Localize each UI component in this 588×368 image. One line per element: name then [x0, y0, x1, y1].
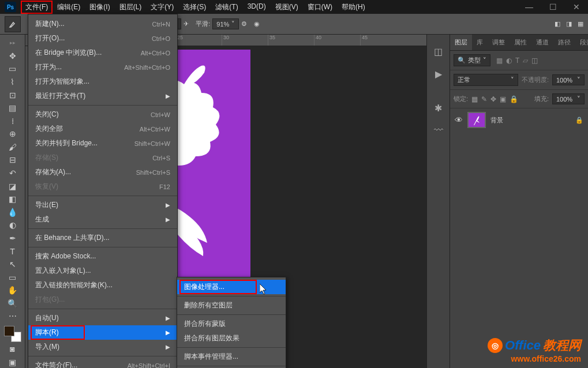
menu-item[interactable]: 在 Bridge 中浏览(B)...Alt+Ctrl+O [28, 46, 177, 60]
menubar-item[interactable]: 文件(F) [21, 1, 53, 14]
submenu-item[interactable]: 图像处理器... [177, 280, 286, 294]
path-tool[interactable]: ↖ [6, 258, 20, 271]
menubar-item[interactable]: 窗口(W) [303, 1, 337, 14]
layer-thumbnail[interactable] [467, 112, 486, 128]
lock-all-icon[interactable]: 🔒 [510, 95, 518, 103]
history-brush-tool[interactable]: ↶ [6, 167, 20, 179]
panel-toggle-1[interactable]: ◧ [555, 20, 560, 28]
layer-opacity-value[interactable]: 100%˅ [552, 74, 585, 85]
menu-item[interactable]: 脚本(R)▶ [28, 325, 177, 340]
menubar-item[interactable]: 选择(S) [178, 1, 211, 14]
menubar-item[interactable]: 滤镜(T) [211, 1, 242, 14]
menu-item[interactable]: 新建(N)...Ctrl+N [28, 17, 177, 31]
menubar-item[interactable]: 视图(V) [271, 1, 303, 14]
lasso-tool[interactable]: ⌇ [6, 76, 20, 88]
menubar-item[interactable]: 帮助(H) [337, 1, 370, 14]
crop-tool[interactable]: ⊡ [6, 89, 20, 101]
menu-item[interactable]: 导出(E)▶ [28, 198, 177, 212]
dodge-tool[interactable]: ◐ [6, 219, 20, 231]
pen-tool[interactable]: ✒ [6, 232, 20, 245]
menu-item[interactable]: 在 Behance 上共享(D)... [28, 231, 177, 245]
layer-filter-type[interactable]: 🔍 类型 ˅ [454, 54, 490, 66]
lock-brush-icon[interactable]: ✎ [481, 95, 487, 103]
menu-item[interactable]: 自动(U)▶ [28, 311, 177, 325]
menubar-item[interactable]: 图像(I) [85, 1, 114, 14]
menu-item[interactable]: 存储为(A)...Shift+Ctrl+S [28, 165, 177, 179]
marquee-tool[interactable]: ▭ [6, 63, 20, 75]
gradient-tool[interactable]: ◧ [6, 193, 20, 205]
move-tool[interactable]: ✥ [6, 50, 20, 62]
pressure-size-icon[interactable]: ◉ [254, 20, 260, 28]
submenu-item[interactable]: 拼合所有图层效果 [177, 331, 286, 346]
menu-item[interactable]: 搜索 Adobe Stock... [28, 249, 177, 264]
eraser-tool[interactable]: ◪ [6, 180, 20, 192]
shape-tool[interactable]: ▭ [6, 271, 20, 283]
menu-item[interactable]: 关闭全部Alt+Ctrl+W [28, 122, 177, 136]
filter-type-icon[interactable]: T [515, 57, 519, 65]
healing-tool[interactable]: ⊕ [6, 128, 20, 140]
menu-item[interactable]: 文件简介(F)...Alt+Shift+Ctrl+I [28, 358, 177, 368]
tool-preset-picker[interactable] [5, 16, 21, 32]
zoom-tool[interactable]: 🔍 [6, 298, 20, 310]
menu-item[interactable]: 打开(O)...Ctrl+O [28, 31, 177, 46]
submenu-item[interactable]: 拼合所有蒙版 [177, 317, 286, 331]
menubar-item[interactable]: 编辑(E) [53, 1, 85, 14]
blend-mode-dropdown[interactable]: 正常˅ [454, 74, 518, 86]
lock-position-icon[interactable]: ✥ [490, 95, 496, 103]
panel-tab[interactable]: 调整 [488, 35, 510, 50]
brush-tool[interactable]: 🖌 [6, 141, 20, 153]
expand-tools[interactable]: ▸▸ [6, 37, 20, 49]
panel-toggle-2[interactable]: ◨ [566, 20, 572, 28]
menubar-item[interactable]: 图层(L) [115, 1, 147, 14]
blur-tool[interactable]: 💧 [6, 206, 20, 219]
maximize-button[interactable]: ☐ [546, 2, 560, 12]
fill-value[interactable]: 100%˅ [552, 93, 585, 104]
menu-item[interactable]: 关闭并转到 Bridge...Shift+Ctrl+W [28, 136, 177, 151]
hand-tool[interactable]: ✋ [6, 284, 20, 296]
smooth-settings-icon[interactable]: ⚙ [241, 20, 247, 28]
styles-panel-icon[interactable]: 〰 [434, 125, 443, 136]
panel-tab[interactable]: 段落 [575, 35, 588, 50]
airbrush-icon[interactable]: ✈ [183, 20, 189, 28]
menu-item[interactable]: 置入嵌入对象(L)... [28, 264, 177, 278]
actions-panel-icon[interactable]: ▶ [435, 69, 442, 80]
lock-pixels-icon[interactable]: ▦ [471, 95, 478, 103]
submenu-item[interactable]: 脚本事件管理器... [177, 350, 286, 364]
submenu-item[interactable]: 删除所有空图层 [177, 298, 286, 313]
menubar-item[interactable]: 3D(D) [243, 1, 271, 14]
visibility-icon[interactable]: 👁 [455, 115, 463, 125]
panel-tab[interactable]: 通道 [531, 35, 553, 50]
filter-pixel-icon[interactable]: ▦ [496, 57, 503, 65]
stamp-tool[interactable]: ⊟ [6, 154, 20, 166]
screen-mode[interactable]: ▣ [6, 356, 20, 368]
panel-toggle-3[interactable]: ▦ [578, 20, 583, 28]
menu-item[interactable]: 打开为智能对象... [28, 74, 177, 89]
panel-tab[interactable]: 库 [472, 35, 488, 50]
menu-item[interactable]: 打开为...Alt+Shift+Ctrl+O [28, 60, 177, 74]
panel-tab[interactable]: 图层 [450, 35, 472, 50]
adjust-panel-icon[interactable]: ✱ [435, 103, 442, 114]
color-swatches[interactable] [4, 326, 21, 342]
frame-tool[interactable]: ▤ [6, 102, 20, 114]
menu-item[interactable]: 关闭(C)Ctrl+W [28, 107, 177, 122]
menubar-item[interactable]: 文字(Y) [146, 1, 178, 14]
smooth-value[interactable]: 91%˅ [212, 18, 239, 29]
layer-row[interactable]: 👁 背景 🔒 [450, 108, 588, 132]
minimize-button[interactable]: — [522, 2, 537, 12]
lock-artboard-icon[interactable]: ▣ [500, 95, 506, 103]
panel-tab[interactable]: 属性 [510, 35, 531, 50]
menu-item[interactable]: 导入(M)▶ [28, 340, 177, 354]
filter-smart-icon[interactable]: ◫ [531, 57, 538, 65]
layer-name[interactable]: 背景 [490, 116, 503, 125]
filter-adjust-icon[interactable]: ◐ [506, 57, 512, 65]
menu-item[interactable]: 生成▶ [28, 212, 177, 227]
panel-tab[interactable]: 路径 [553, 35, 575, 50]
more-tools[interactable]: ⋯ [6, 310, 20, 322]
filter-shape-icon[interactable]: ▱ [523, 57, 528, 65]
type-tool[interactable]: T [6, 245, 20, 257]
quick-mask[interactable]: ◙ [6, 343, 20, 355]
foreground-color[interactable] [4, 326, 14, 336]
history-panel-icon[interactable]: ◫ [434, 46, 443, 57]
menu-item[interactable]: 最近打开文件(T)▶ [28, 89, 177, 103]
menu-item[interactable]: 置入链接的智能对象(K)... [28, 278, 177, 292]
